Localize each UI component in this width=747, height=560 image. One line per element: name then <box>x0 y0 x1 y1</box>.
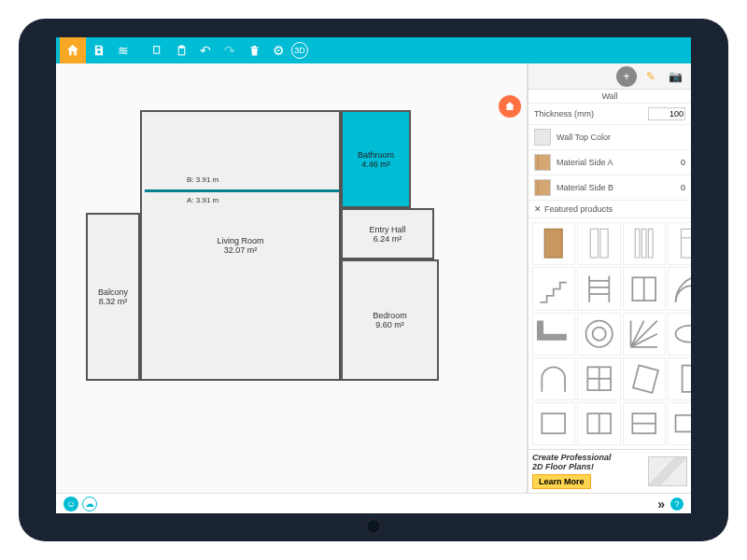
thickness-label: Thickness (mm) <box>534 109 594 119</box>
product-window-round[interactable] <box>668 313 691 356</box>
product-stairs-curved[interactable] <box>668 267 691 310</box>
bottom-bar: ☺ ☁ » ? <box>56 493 691 513</box>
svg-rect-0 <box>153 46 159 53</box>
spiral-icon <box>583 317 615 350</box>
window-sq-icon <box>583 362 615 395</box>
view3d-button[interactable]: 3D <box>291 42 308 59</box>
stairs-l2-icon <box>537 317 570 350</box>
room-area: 4.46 m² <box>361 160 390 169</box>
stairs-icon <box>537 273 570 305</box>
product-stairs-l2[interactable] <box>532 313 575 356</box>
window-b-icon <box>583 407 615 440</box>
cloud-icon[interactable]: ☁ <box>82 497 97 511</box>
window-a-icon <box>537 407 570 440</box>
wall-top-color-row[interactable]: Wall Top Color <box>529 125 691 150</box>
product-folding-door[interactable] <box>623 222 666 265</box>
material-b-row[interactable]: Material Side B 0 <box>529 175 691 201</box>
room-label: Entry Hall <box>369 225 405 234</box>
product-window-d[interactable] <box>668 402 691 445</box>
product-double-door[interactable] <box>577 222 620 265</box>
double-door-icon <box>583 227 615 259</box>
room-label: Living Room <box>217 236 263 245</box>
product-stairs-u[interactable] <box>623 267 666 310</box>
product-window-c[interactable] <box>623 402 666 445</box>
svg-point-15 <box>585 320 612 346</box>
product-glass-door[interactable] <box>668 222 691 265</box>
user-icon[interactable]: ☺ <box>63 497 78 511</box>
window-c-icon <box>627 407 660 440</box>
dimension-b: B: 3.91 m <box>187 175 218 184</box>
main-toolbar: ≋ ↶ ↷ ⚙ 3D <box>56 37 691 63</box>
folding-door-icon <box>627 227 660 259</box>
paste-button[interactable] <box>170 39 192 62</box>
stairs-u-icon <box>627 273 660 305</box>
product-window-arch[interactable] <box>532 357 575 400</box>
room-balcony[interactable]: Balcony 8.32 m² <box>86 213 140 381</box>
room-bathroom[interactable]: Bathroom 4.46 m² <box>341 110 411 208</box>
help-button[interactable]: ? <box>670 497 684 511</box>
learn-more-button[interactable]: Learn More <box>532 474 591 489</box>
room-area: 8.32 m² <box>99 297 128 306</box>
properties-sidebar: + ✎ 📷 Wall Thickness (mm) Wall Top Color… <box>528 63 691 493</box>
product-window-tall[interactable] <box>668 357 691 400</box>
material-swatch <box>534 179 551 196</box>
dimension-a: A: 3.91 m <box>187 196 218 204</box>
save-icon <box>92 44 106 57</box>
svg-rect-5 <box>600 230 608 259</box>
copy-icon <box>151 45 163 57</box>
main-area: Living Room 32.07 m² Bathroom 4.46 m² En… <box>56 63 691 493</box>
featured-label: Featured products <box>544 204 613 214</box>
settings-button[interactable]: ⚙ <box>267 39 289 62</box>
undo-button[interactable]: ↶ <box>194 39 217 62</box>
stairs-curved-icon <box>672 273 691 305</box>
draw-tab-button[interactable]: ✎ <box>641 66 661 87</box>
product-window-b[interactable] <box>577 402 620 445</box>
product-door[interactable] <box>532 222 575 265</box>
orbit-3d-button[interactable] <box>499 95 521 118</box>
close-icon: ✕ <box>534 204 542 214</box>
featured-header[interactable]: ✕ Featured products <box>529 201 691 218</box>
expand-button[interactable]: » <box>657 497 665 511</box>
material-a-row[interactable]: Material Side A 0 <box>529 150 691 175</box>
product-window-sq[interactable] <box>577 357 620 400</box>
sidebar-tabs: + ✎ 📷 <box>529 63 691 90</box>
trash-icon <box>248 45 261 57</box>
delete-button[interactable] <box>243 39 265 62</box>
product-spiral-stairs[interactable] <box>577 313 620 356</box>
copy-button[interactable] <box>146 39 168 62</box>
product-window-a[interactable] <box>532 402 575 445</box>
material-swatch <box>534 154 551 171</box>
thickness-row: Thickness (mm) <box>529 104 691 125</box>
tablet-frame: ≋ ↶ ↷ ⚙ 3D Living Room 32.07 m² <box>19 19 728 541</box>
material-b-value: 0 <box>681 183 685 192</box>
home-button[interactable] <box>60 37 86 63</box>
window-tilt-icon <box>627 362 660 395</box>
layers-button[interactable]: ≋ <box>112 39 134 62</box>
room-area: 9.60 m² <box>375 320 404 329</box>
photo-tab-button[interactable]: 📷 <box>665 66 685 87</box>
product-window-tilt[interactable] <box>623 357 666 400</box>
room-label: Bathroom <box>358 150 394 160</box>
room-bedroom[interactable]: Bedroom 9.60 m² <box>341 259 439 381</box>
floorplan: Living Room 32.07 m² Bathroom 4.46 m² En… <box>56 63 527 493</box>
sidebar-tab-label: Wall <box>529 90 691 104</box>
product-fan-stairs[interactable] <box>623 313 666 356</box>
room-living-room[interactable]: Living Room 32.07 m² <box>140 110 341 381</box>
product-stairs-l[interactable] <box>532 267 575 310</box>
home-icon <box>65 43 80 58</box>
thickness-input[interactable] <box>648 107 685 120</box>
room-entry-hall[interactable]: Entry Hall 6.24 m² <box>341 208 434 259</box>
redo-button[interactable]: ↷ <box>218 39 241 62</box>
floorplan-canvas[interactable]: Living Room 32.07 m² Bathroom 4.46 m² En… <box>56 63 528 493</box>
svg-rect-3 <box>545 230 563 259</box>
room-label: Bedroom <box>373 311 407 320</box>
promo-thumbnail <box>648 456 687 486</box>
add-tab-button[interactable]: + <box>616 66 637 87</box>
room-label: Balcony <box>98 287 128 297</box>
product-stairs-straight[interactable] <box>577 267 620 310</box>
app-screen: ≋ ↶ ↷ ⚙ 3D Living Room 32.07 m² <box>56 37 691 513</box>
svg-rect-4 <box>590 230 598 259</box>
save-button[interactable] <box>88 39 110 62</box>
material-a-value: 0 <box>681 158 685 167</box>
selected-wall[interactable] <box>145 189 339 192</box>
